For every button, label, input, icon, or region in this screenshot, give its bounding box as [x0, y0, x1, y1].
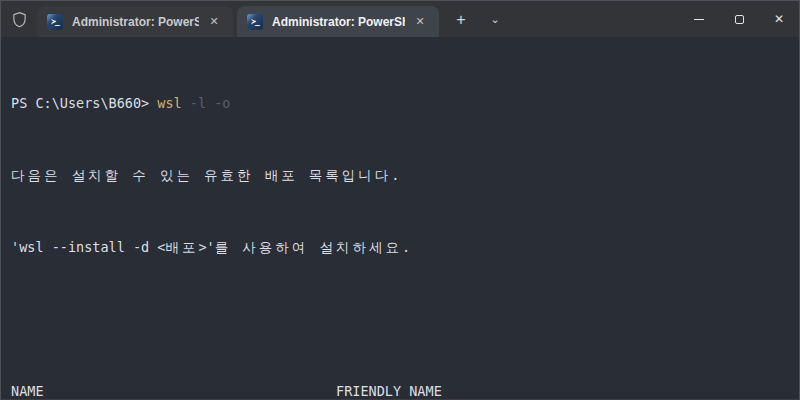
table-header-row: NAMEFRIENDLY NAME — [11, 382, 789, 400]
tab-powershell-2[interactable]: ≻_ Administrator: PowerShell ✕ — [237, 6, 439, 37]
tab-powershell-1[interactable]: ≻_ Administrator: PowerShell ✕ — [37, 6, 233, 37]
terminal-window: ≻_ Administrator: PowerShell ✕ ≻_ Admini… — [0, 0, 800, 400]
new-tab-button[interactable]: + — [447, 6, 475, 33]
output-message-line: 다음은 설치할 수 있는 유효한 배포 목록입니다. — [11, 166, 789, 184]
prompt: PS C:\Users\B660> — [11, 95, 157, 111]
column-header-friendly: FRIENDLY NAME — [336, 383, 442, 399]
titlebar-drag-area[interactable] — [509, 1, 679, 37]
minimize-icon — [694, 19, 704, 20]
tab-title: Administrator: PowerShell — [72, 15, 199, 29]
powershell-icon: ≻_ — [47, 14, 63, 30]
command-args: -l -o — [182, 95, 231, 111]
korean-message: 다음은 설치할 수 있는 유효한 배포 목록입니다. — [11, 167, 402, 183]
command-line: PS C:\Users\B660> wsl -l -o — [11, 94, 789, 112]
maximize-button[interactable] — [719, 1, 759, 37]
tab-close-icon[interactable]: ✕ — [409, 11, 431, 33]
column-header-name: NAME — [11, 382, 336, 400]
command-text: wsl — [157, 95, 181, 111]
hint-korean-2: 를 사용하여 설치하세요. — [215, 239, 413, 255]
tab-close-icon[interactable]: ✕ — [203, 11, 225, 33]
hint-pre: 'wsl --install -d < — [11, 239, 165, 255]
close-button[interactable]: ✕ — [759, 1, 799, 37]
tab-title: Administrator: PowerShell — [272, 15, 405, 29]
blank-line — [11, 310, 789, 328]
minimize-button[interactable] — [679, 1, 719, 37]
maximize-icon — [735, 15, 744, 24]
hint-korean-1: 배포 — [165, 239, 198, 255]
output-hint-line: 'wsl --install -d <배포>'를 사용하여 설치하세요. — [11, 238, 789, 256]
titlebar: ≻_ Administrator: PowerShell ✕ ≻_ Admini… — [1, 1, 799, 37]
tab-dropdown-button[interactable]: ⌄ — [481, 6, 509, 33]
admin-shield-icon — [1, 1, 37, 37]
hint-mid: >' — [198, 239, 214, 255]
powershell-icon: ≻_ — [247, 14, 263, 30]
terminal-content[interactable]: PS C:\Users\B660> wsl -l -o 다음은 설치할 수 있는… — [1, 37, 799, 399]
